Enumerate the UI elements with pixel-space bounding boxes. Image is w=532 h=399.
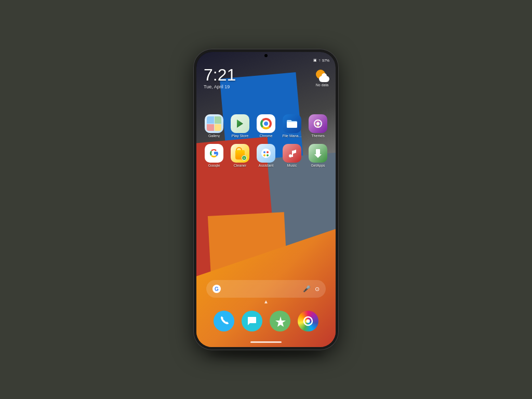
- google-svg: [208, 148, 220, 159]
- search-bar[interactable]: G 🎤 ⊙: [206, 280, 326, 298]
- svg-marker-12: [314, 154, 322, 158]
- svg-point-5: [263, 151, 265, 153]
- gallery-icon: [205, 114, 223, 133]
- svg-point-8: [267, 154, 269, 156]
- phone-icon: [214, 311, 234, 331]
- clock-time: 7:21: [204, 66, 236, 83]
- sim-icon: ▣: [313, 58, 317, 62]
- dock-messages[interactable]: [242, 311, 262, 331]
- camera-svg: [302, 315, 314, 327]
- app-themes[interactable]: Themes: [308, 114, 328, 138]
- play-store-icon: [231, 114, 249, 133]
- svg-rect-11: [316, 149, 320, 154]
- weather-widget[interactable]: No data: [315, 68, 329, 87]
- security-icon: [270, 311, 290, 331]
- g1: [207, 116, 214, 124]
- weather-icon: [315, 68, 329, 82]
- home-indicator[interactable]: [250, 341, 282, 343]
- camera-notch: [264, 54, 268, 57]
- folder-svg: [286, 117, 298, 130]
- phone-inner: ▣ ⍑ 97% 7:21 Tue, April 19 No d: [196, 52, 336, 347]
- music-svg: [286, 148, 298, 159]
- google-icon: [205, 144, 223, 163]
- g3: [207, 124, 214, 131]
- app-file-manager[interactable]: File Mana...: [282, 114, 302, 138]
- google-search-logo: G: [212, 285, 221, 293]
- music-icon: [283, 144, 301, 163]
- svg-point-2: [316, 122, 320, 125]
- svg-point-15: [307, 320, 310, 323]
- clock-area: 7:21 Tue, April 19: [204, 66, 236, 89]
- cloud-icon: [319, 76, 329, 82]
- getapps-icon: [309, 144, 327, 163]
- getapps-label: GetApps: [311, 164, 325, 167]
- battery-percentage: 97%: [322, 59, 329, 62]
- dock-security[interactable]: [270, 311, 290, 331]
- cleaner-label: Cleaner: [234, 164, 247, 167]
- assistant-svg: [260, 148, 272, 159]
- svg-point-4: [261, 149, 271, 158]
- assistant-icon: [257, 144, 275, 163]
- app-row-1: Gallery: [204, 114, 328, 138]
- app-gallery[interactable]: Gallery: [204, 114, 224, 138]
- svg-marker-13: [275, 316, 286, 327]
- clock-date: Tue, April 19: [204, 84, 236, 89]
- svg-marker-0: [237, 119, 243, 128]
- g2: [215, 116, 222, 124]
- weather-no-data: No data: [316, 83, 329, 87]
- file-manager-label: File Mana...: [283, 134, 302, 138]
- lens-icon[interactable]: ⊙: [315, 286, 320, 292]
- assistant-label: Assistant: [259, 164, 273, 167]
- music-label: Music: [287, 164, 297, 167]
- getapps-svg: [312, 148, 324, 159]
- play-triangle-svg: [235, 118, 245, 129]
- app-getapps[interactable]: GetApps: [308, 144, 328, 167]
- cleaner-bucket: +: [234, 147, 246, 159]
- g4: [215, 124, 222, 131]
- microphone-icon[interactable]: 🎤: [303, 285, 311, 292]
- app-cleaner[interactable]: + Cleaner: [230, 144, 250, 167]
- bucket-badge: +: [242, 155, 247, 161]
- phone-container: ▣ ⍑ 97% 7:21 Tue, April 19 No d: [193, 49, 339, 350]
- app-assistant[interactable]: Assistant: [256, 144, 276, 167]
- file-manager-icon: [283, 114, 301, 133]
- camera-icon: [298, 311, 318, 331]
- google-label: Google: [208, 164, 220, 167]
- app-grid: Gallery: [204, 114, 328, 174]
- app-row-2: Google + Cleaner: [204, 144, 328, 167]
- svg-point-9: [289, 154, 292, 157]
- phone-svg: [218, 315, 230, 327]
- phone-outer: ▣ ⍑ 97% 7:21 Tue, April 19 No d: [193, 49, 339, 350]
- dock: [209, 311, 323, 331]
- security-svg: [274, 315, 286, 327]
- app-play-store[interactable]: Play Store: [230, 114, 250, 138]
- app-chrome[interactable]: Chrome: [256, 114, 276, 138]
- svg-rect-10: [292, 151, 293, 157]
- wifi-icon: ⍑: [318, 59, 321, 62]
- app-music[interactable]: Music: [282, 144, 302, 167]
- dock-camera[interactable]: [298, 311, 318, 331]
- drawer-handle[interactable]: ▲: [263, 299, 269, 304]
- themes-label: Themes: [311, 134, 324, 138]
- svg-point-6: [267, 151, 269, 153]
- messages-icon: [242, 311, 262, 331]
- svg-point-7: [263, 154, 265, 156]
- chrome-ring: [260, 118, 272, 129]
- themes-icon: [309, 114, 327, 133]
- play-store-label: Play Store: [232, 134, 248, 138]
- screen: ▣ ⍑ 97% 7:21 Tue, April 19 No d: [196, 52, 336, 347]
- messages-svg: [246, 315, 258, 327]
- gallery-label: Gallery: [208, 134, 220, 138]
- dock-phone[interactable]: [214, 311, 234, 331]
- chrome-label: Chrome: [260, 134, 273, 138]
- chrome-icon: [257, 114, 275, 133]
- themes-svg: [312, 118, 324, 129]
- cleaner-icon: +: [231, 144, 249, 163]
- gallery-grid: [207, 116, 221, 131]
- app-google[interactable]: Google: [204, 144, 224, 167]
- status-icons: ▣ ⍑ 97%: [313, 58, 329, 62]
